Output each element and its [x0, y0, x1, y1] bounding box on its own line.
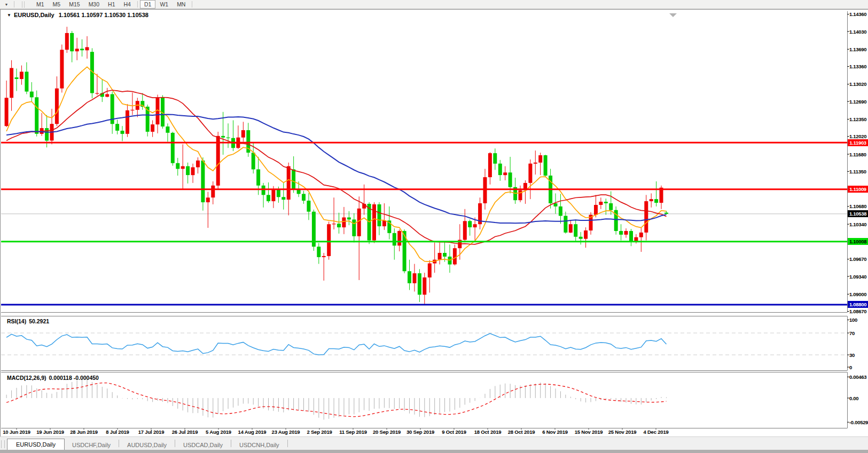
tab-usdcad[interactable]: USDCAD,Daily	[176, 440, 230, 450]
price-axis-tick: 1.09340	[849, 273, 868, 280]
rsi-scale-label: 70	[849, 330, 868, 337]
timeframe-button-h1[interactable]: H1	[104, 0, 119, 9]
date-axis-label: 8 Jul 2019	[106, 429, 129, 435]
rsi-value: 50.2921	[29, 318, 49, 324]
timeframe-button-h4[interactable]: H4	[120, 0, 135, 9]
candle-body	[267, 195, 270, 201]
candle-body	[619, 231, 623, 235]
toolbar-grip[interactable]	[22, 2, 25, 7]
candle-body	[105, 94, 109, 97]
timeframe-button-m30[interactable]: M30	[84, 0, 104, 9]
timeframe-button-m5[interactable]: M5	[49, 0, 65, 9]
price-axis-tick: 1.13020	[849, 81, 868, 88]
candle-body	[599, 202, 603, 205]
tab-eurusd[interactable]: EURUSD,Daily	[7, 439, 65, 450]
candle-body	[644, 201, 648, 233]
candle-body	[428, 264, 432, 277]
candle-body	[564, 216, 567, 233]
candle-body	[30, 92, 34, 98]
candle-body	[277, 190, 280, 197]
candle-body	[186, 166, 190, 176]
candle-body	[302, 194, 306, 201]
candle-body	[307, 201, 310, 212]
candle-body	[15, 77, 19, 79]
date-axis-label: 23 Aug 2019	[272, 429, 300, 435]
candle-body	[55, 89, 59, 124]
hline-price-label: 1.08800	[848, 301, 868, 308]
candle-body	[584, 231, 588, 239]
candle-body	[509, 172, 512, 187]
price-axis-tick: 1.12350	[849, 116, 868, 123]
price-axis-tick: 1.10340	[849, 221, 868, 228]
date-axis-label: 18 Oct 2019	[474, 429, 502, 435]
date-axis-label: 6 Nov 2019	[542, 429, 568, 435]
tab-bar-grip[interactable]	[1, 440, 5, 448]
current-price-label: 1.10538	[848, 210, 868, 217]
candle-body	[352, 219, 356, 236]
price-axis-tick: 1.14360	[849, 11, 868, 18]
timeframe-button-m1[interactable]: M1	[32, 0, 49, 9]
candle-body	[654, 199, 658, 203]
tab-audusd[interactable]: AUDUSD,Daily	[120, 440, 174, 450]
chart-dropdown-icon[interactable]: ▼	[1, 1, 12, 8]
candle-body	[292, 169, 295, 189]
timeframe-button-w1[interactable]: W1	[155, 0, 173, 9]
candle-body	[5, 98, 9, 126]
collapse-triangle-icon[interactable]: ▼	[7, 13, 11, 18]
chart-canvas[interactable]	[1, 10, 868, 437]
candle-body	[60, 50, 64, 88]
date-axis-label: 26 Jul 2019	[172, 429, 198, 435]
date-axis-label: 14 Aug 2019	[238, 429, 267, 435]
candle-body	[488, 153, 492, 177]
candle-body	[574, 224, 577, 237]
rsi-scale-label: 30	[849, 352, 868, 359]
candle-body	[639, 233, 643, 237]
macd-scale-label: 0.00463	[849, 373, 868, 380]
candle-body	[322, 256, 326, 257]
tab-separator	[287, 440, 288, 447]
toolbar-separator	[14, 1, 14, 7]
date-axis-label: 25 Nov 2019	[608, 429, 637, 435]
candle-body	[393, 233, 396, 246]
date-axis-label: 5 Aug 2019	[206, 429, 231, 435]
candle-body	[438, 253, 442, 260]
timeframe-toolbar: ▼ M1M5M15M30H1H4D1W1MN	[0, 0, 868, 9]
candle-body	[216, 136, 220, 186]
candle-body	[226, 138, 230, 138]
candle-body	[413, 273, 417, 283]
candle-body	[256, 169, 260, 185]
candle-body	[25, 71, 28, 91]
rsi-name: RSI(14)	[7, 318, 26, 324]
price-axis-tick: 1.11680	[849, 151, 868, 158]
timeframe-button-mn[interactable]: MN	[173, 0, 190, 9]
hline-price-label: 1.11009	[848, 186, 868, 193]
rsi-line	[6, 333, 666, 355]
candle-body	[337, 224, 341, 227]
candle-body	[382, 220, 386, 226]
tab-usdcnh[interactable]: USDCNH,Daily	[232, 440, 287, 450]
tab-separator	[231, 440, 231, 447]
candle-body	[579, 237, 583, 239]
candle-body	[493, 153, 497, 164]
chart-ohlc-header: ▼EURUSD,Daily1.10561 1.10597 1.10530 1.1…	[7, 12, 148, 18]
candle-body	[342, 218, 346, 228]
chart-shift-marker-icon[interactable]	[669, 13, 677, 17]
candle-body	[629, 231, 633, 242]
candle-body	[650, 199, 653, 201]
timeframe-button-d1[interactable]: D1	[140, 0, 155, 9]
price-axis-tick: 1.12690	[849, 98, 868, 105]
toolbar-separator	[192, 1, 192, 7]
date-axis-label: 4 Dec 2019	[643, 429, 668, 435]
chart-symbol-label: EURUSD,Daily	[14, 12, 54, 18]
moving-average-50[interactable]	[6, 114, 666, 223]
candle-body	[45, 128, 49, 141]
date-axis-label: 30 Sep 2019	[406, 429, 434, 435]
timeframe-button-m15[interactable]: M15	[65, 0, 84, 9]
price-axis-tick: 1.13360	[849, 63, 868, 70]
candle-body	[624, 231, 628, 235]
date-axis-label: 17 Jul 2019	[138, 429, 165, 435]
candle-body	[594, 205, 598, 215]
candle-body	[544, 155, 548, 176]
candle-body	[317, 247, 320, 257]
tab-usdchf[interactable]: USDCHF,Daily	[65, 440, 118, 450]
